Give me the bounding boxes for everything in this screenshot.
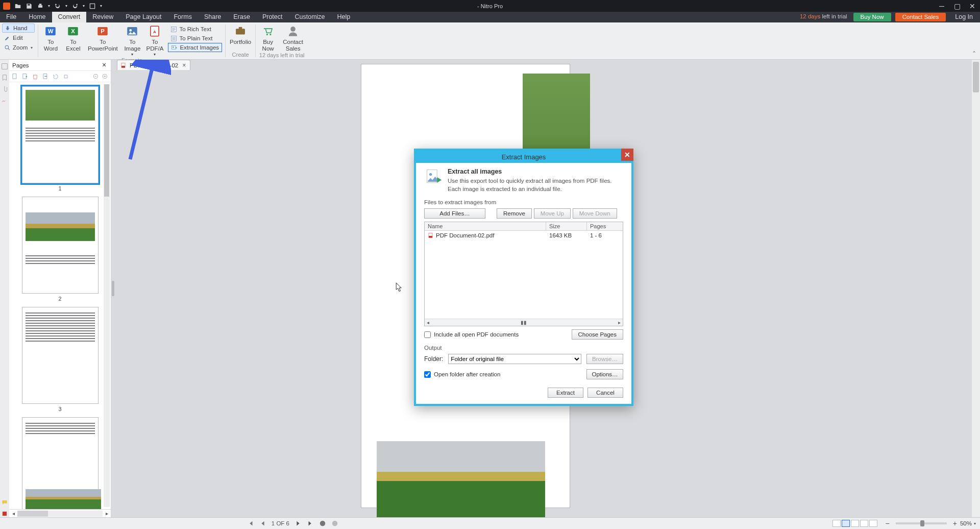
properties-icon[interactable] — [89, 3, 96, 10]
file-row[interactable]: PDF Document-02.pdf 1643 KB 1 - 6 — [425, 231, 623, 240]
login-link[interactable]: Log In — [948, 12, 980, 22]
bookmarks-icon[interactable] — [1, 74, 8, 81]
zoom-out-icon[interactable] — [92, 73, 100, 80]
add-files-button[interactable]: Add Files… — [424, 208, 485, 219]
prev-page-icon[interactable] — [259, 520, 266, 527]
zoom-out-btn[interactable]: − — [884, 519, 892, 527]
zoom-tool[interactable]: Zoom▾ — [2, 43, 35, 52]
view-facing-continuous-icon[interactable] — [860, 520, 868, 527]
comment-icon[interactable] — [1, 499, 8, 506]
col-size[interactable]: Size — [546, 222, 587, 230]
buy-now-ribbon-button[interactable]: BuyNow — [257, 23, 279, 52]
tab-share[interactable]: Share — [198, 12, 227, 22]
cancel-button[interactable]: Cancel — [587, 388, 623, 398]
thumbnails-icon[interactable] — [1, 63, 8, 70]
open-folder-checkbox[interactable]: Open folder after creation — [424, 371, 500, 378]
extract-images-button[interactable]: Extract Images — [168, 43, 222, 52]
tab-help[interactable]: Help — [331, 12, 357, 22]
contact-sales-button[interactable]: Contact Sales — [895, 13, 946, 21]
chevron-down-icon[interactable]: ▾ — [65, 4, 67, 8]
thumbnail-4[interactable] — [15, 417, 105, 509]
thumbnail-2[interactable]: 2 — [15, 197, 105, 302]
signatures-icon[interactable] — [1, 97, 8, 104]
stop-icon[interactable] — [319, 520, 326, 527]
rotate-page-icon[interactable] — [52, 73, 59, 80]
to-word-button[interactable]: W ToWord — [39, 23, 62, 57]
last-page-icon[interactable] — [307, 520, 314, 527]
close-window-button[interactable]: ✕ — [965, 0, 980, 12]
zoom-percent[interactable]: 50% — [960, 520, 972, 526]
tab-protect[interactable]: Protect — [256, 12, 289, 22]
panel-splitter[interactable] — [111, 60, 115, 517]
first-page-icon[interactable] — [247, 520, 254, 527]
view-fullscreen-icon[interactable] — [869, 520, 877, 527]
save-icon[interactable] — [26, 3, 33, 10]
tab-review[interactable]: Review — [86, 12, 119, 22]
browse-button[interactable]: Browse… — [586, 354, 623, 364]
contact-sales-ribbon-button[interactable]: ContactSales — [279, 23, 307, 52]
zoom-in-icon[interactable] — [102, 73, 109, 80]
tab-forms[interactable]: Forms — [167, 12, 198, 22]
chevron-down-icon[interactable]: ▾ — [100, 4, 102, 8]
print-icon[interactable] — [37, 3, 44, 10]
dialog-close-button[interactable]: ✕ — [621, 149, 633, 161]
view-single-icon[interactable] — [832, 520, 841, 527]
tab-convert[interactable]: Convert — [52, 12, 87, 22]
to-plain-text-button[interactable]: To Plain Text — [168, 34, 222, 43]
options-button[interactable]: Options… — [586, 369, 623, 379]
chevron-down-icon[interactable]: ▾ — [48, 4, 50, 8]
move-down-button[interactable]: Move Down — [573, 208, 617, 219]
tab-erase[interactable]: Erase — [227, 12, 256, 22]
to-pdfa-button[interactable]: A ToPDF/A▾ — [143, 23, 166, 57]
doc-vscrollbar[interactable] — [972, 60, 980, 517]
stamp-icon[interactable] — [1, 510, 8, 517]
open-file-icon[interactable] — [14, 3, 21, 10]
zoom-in-btn[interactable]: + — [951, 519, 959, 527]
redo-icon[interactable] — [71, 3, 79, 10]
minimize-button[interactable]: ─ — [934, 0, 949, 12]
thumbnail-1[interactable]: 1 — [15, 86, 105, 191]
to-powerpoint-button[interactable]: P ToPowerPoint — [84, 23, 121, 57]
insert-page-icon[interactable] — [21, 73, 29, 80]
buy-now-button[interactable]: Buy Now — [853, 13, 891, 21]
next-page-icon[interactable] — [295, 520, 302, 527]
edit-tool[interactable]: Edit — [2, 33, 35, 42]
document-tab[interactable]: PDF Document-02 × — [117, 60, 190, 70]
to-image-button[interactable]: ToImage▾ — [121, 23, 143, 57]
collapse-ribbon-icon[interactable]: ˄ — [972, 50, 976, 58]
thumbnail-3[interactable]: 3 — [15, 307, 105, 412]
close-panel-icon[interactable]: × — [101, 62, 108, 69]
move-up-button[interactable]: Move Up — [534, 208, 571, 219]
chevron-down-icon[interactable]: ▾ — [83, 4, 85, 8]
tab-file[interactable]: File — [0, 12, 22, 22]
list-hscrollbar[interactable]: ◂▮▮▸ — [425, 319, 623, 326]
view-facing-icon[interactable] — [851, 520, 859, 527]
remove-file-button[interactable]: Remove — [497, 208, 532, 219]
hand-tool[interactable]: Hand — [2, 23, 35, 33]
tab-home[interactable]: Home — [22, 12, 52, 22]
play-icon[interactable] — [331, 520, 338, 527]
view-continuous-icon[interactable] — [842, 520, 850, 527]
extract-button[interactable]: Extract — [548, 388, 583, 398]
choose-pages-button[interactable]: Choose Pages — [572, 329, 623, 340]
replace-page-icon[interactable] — [62, 73, 69, 80]
tab-page-layout[interactable]: Page Layout — [119, 12, 167, 22]
undo-icon[interactable] — [54, 3, 61, 10]
thumb-hscrollbar[interactable]: ◂▸ — [9, 509, 111, 517]
tab-customize[interactable]: Customize — [289, 12, 331, 22]
portfolio-button[interactable]: Portfolio — [227, 23, 254, 45]
new-page-icon[interactable] — [11, 73, 18, 80]
delete-page-icon[interactable] — [32, 73, 39, 80]
to-excel-button[interactable]: X ToExcel — [62, 23, 84, 57]
to-rich-text-button[interactable]: To Rich Text — [168, 25, 222, 34]
maximize-button[interactable]: ▢ — [949, 0, 965, 12]
col-name[interactable]: Name — [425, 222, 546, 230]
col-pages[interactable]: Pages — [587, 222, 623, 230]
thumb-scrollbar[interactable] — [104, 84, 110, 507]
zoom-slider[interactable] — [896, 522, 947, 524]
dialog-title-bar[interactable]: Extract Images ✕ — [416, 151, 631, 163]
close-tab-icon[interactable]: × — [181, 62, 187, 69]
folder-select[interactable]: Folder of original file — [448, 354, 581, 364]
include-open-docs-checkbox[interactable]: Include all open PDF documents — [424, 331, 519, 338]
chevron-down-icon[interactable]: ▾ — [973, 521, 976, 526]
